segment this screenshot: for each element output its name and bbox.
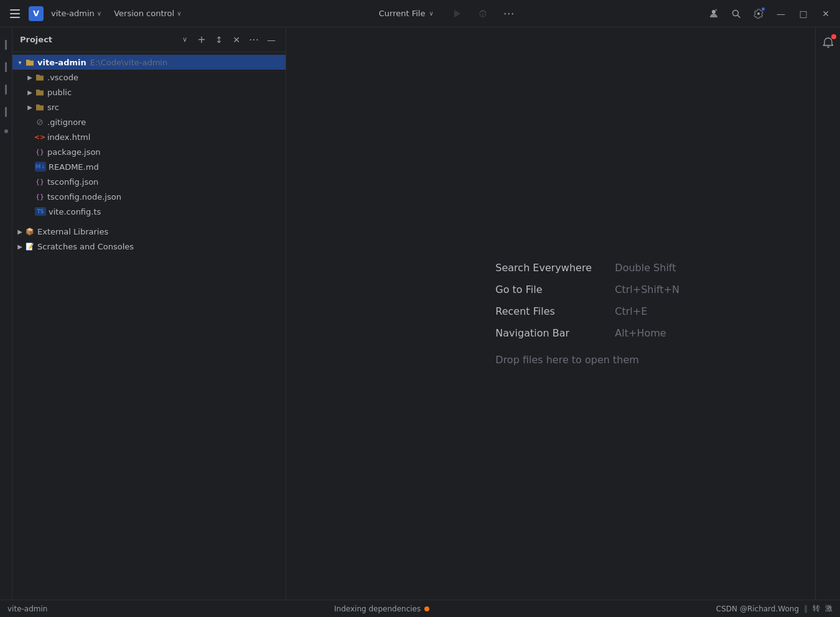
- sidebar-title: Project: [20, 35, 179, 44]
- tree-item-package-json[interactable]: {} package.json: [12, 144, 286, 159]
- gitignore-icon: ⊘: [35, 117, 45, 127]
- root-path: E:\Code\vite-admin: [90, 58, 167, 67]
- debug-icon: [478, 9, 488, 19]
- tsconfig-node-name: tsconfig.node.json: [47, 192, 121, 202]
- hint-goto-action: Go to File: [495, 284, 607, 295]
- sidebar-scroll-button[interactable]: ↕: [212, 33, 226, 47]
- scratches-arrow-icon: ▶: [15, 241, 25, 251]
- tree-item-root[interactable]: ▾ vite-admin E:\Code\vite-admin: [12, 55, 286, 70]
- version-control-label: Version control: [114, 9, 174, 18]
- editor-hints: Search Everywhere Double Shift Go to Fil…: [495, 262, 679, 366]
- tree-item-gitignore[interactable]: ⊘ .gitignore: [12, 114, 286, 129]
- json-icon: {}: [35, 147, 45, 157]
- html-icon: <>: [35, 132, 45, 142]
- hamburger-line-1: [10, 9, 20, 11]
- close-button[interactable]: ✕: [816, 4, 835, 23]
- status-bar: vite-admin Indexing dependencies CSDN @R…: [0, 600, 840, 617]
- scratches-icon: 📝: [25, 241, 35, 251]
- hamburger-line-2: [10, 13, 20, 14]
- left-bar-indicator-1: [5, 40, 7, 50]
- menu-button[interactable]: [5, 4, 25, 24]
- hint-navigation-bar: Navigation Bar Alt+Home: [495, 327, 679, 339]
- tree-item-vite-config[interactable]: TS vite.config.ts: [12, 204, 286, 219]
- sidebar-collapse-button[interactable]: —: [264, 33, 278, 47]
- restore-button[interactable]: □: [794, 4, 813, 23]
- more-actions-button[interactable]: ⋯: [500, 4, 518, 23]
- left-bar-indicator-2: [5, 62, 7, 72]
- external-libs-name: External Libraries: [37, 227, 108, 236]
- search-button[interactable]: [727, 4, 745, 23]
- tree-item-index-html[interactable]: <> index.html: [12, 129, 286, 144]
- package-json-name: package.json: [47, 147, 101, 157]
- notification-button[interactable]: [818, 32, 838, 52]
- restore-icon: □: [799, 9, 807, 19]
- current-file-chevron-icon: ∨: [429, 10, 433, 17]
- project-name-button[interactable]: vite-admin ∨: [47, 6, 105, 21]
- left-bar-dot: [4, 129, 8, 133]
- sidebar-header: Project ∨ + ↕ ✕ ⋯ —: [12, 27, 286, 52]
- current-file-button[interactable]: Current File ∨: [373, 6, 440, 21]
- public-name: public: [47, 88, 72, 97]
- tree-item-readme[interactable]: M↓ README.md: [12, 159, 286, 174]
- project-badge: V: [29, 6, 44, 21]
- hint-drop-text: Drop files here to open them: [495, 354, 639, 366]
- sidebar-add-button[interactable]: +: [195, 33, 208, 47]
- profile-button[interactable]: [704, 4, 723, 23]
- project-chevron-icon: ∨: [97, 10, 101, 17]
- settings-button[interactable]: [749, 4, 768, 23]
- tree-item-scratches[interactable]: ▶ 📝 Scratches and Consoles: [12, 239, 286, 254]
- indexing-text: Indexing dependencies: [334, 605, 421, 613]
- csdn-user-label: CSDN @Richard.Wong: [716, 605, 799, 613]
- tree-item-tsconfig-node[interactable]: {} tsconfig.node.json: [12, 189, 286, 204]
- tree-spacer: [12, 219, 286, 224]
- status-right: CSDN @Richard.Wong ‖ 转 激: [716, 603, 833, 614]
- tsconfig-node-icon: {}: [35, 192, 45, 202]
- hint-search-shortcut: Double Shift: [615, 262, 676, 274]
- main-content: Project ∨ + ↕ ✕ ⋯ — ▾ vite-admin E:\Code…: [0, 27, 840, 600]
- version-control-chevron-icon: ∨: [177, 10, 181, 17]
- typescript-icon: TS: [35, 207, 46, 216]
- root-arrow-icon: ▾: [15, 57, 25, 67]
- sidebar-close-button[interactable]: ✕: [230, 33, 243, 47]
- tree-item-tsconfig[interactable]: {} tsconfig.json: [12, 174, 286, 189]
- src-name: src: [47, 103, 59, 112]
- hint-search-everywhere: Search Everywhere Double Shift: [495, 262, 679, 274]
- indexing-dot-icon: [424, 606, 429, 611]
- sidebar-more-button[interactable]: ⋯: [247, 33, 261, 47]
- hint-goto-shortcut: Ctrl+Shift+N: [615, 284, 679, 295]
- src-arrow-icon: ▶: [25, 102, 35, 112]
- readme-name: README.md: [49, 162, 99, 172]
- hint-nav-action: Navigation Bar: [495, 327, 607, 339]
- tree-item-src[interactable]: ▶ src: [12, 100, 286, 114]
- project-name-label: vite-admin: [51, 9, 95, 18]
- debug-button[interactable]: [474, 4, 492, 23]
- pipe-icon: ‖: [804, 605, 808, 613]
- run-button[interactable]: [447, 4, 466, 23]
- current-file-label: Current File: [379, 9, 426, 18]
- root-name: vite-admin: [37, 58, 86, 67]
- src-folder-icon: [35, 102, 45, 112]
- tree-item-public[interactable]: ▶ public: [12, 85, 286, 100]
- vscode-arrow-icon: ▶: [25, 72, 35, 82]
- tree-item-vscode[interactable]: ▶ .vscode: [12, 70, 286, 85]
- editor-area[interactable]: Search Everywhere Double Shift Go to Fil…: [286, 27, 815, 600]
- gitignore-name: .gitignore: [47, 118, 86, 127]
- public-arrow-icon: ▶: [25, 87, 35, 97]
- minimize-icon: —: [777, 9, 785, 19]
- profile-icon: [709, 9, 719, 19]
- hint-recent-action: Recent Files: [495, 305, 607, 317]
- search-icon: [731, 9, 741, 19]
- tree-item-external-libs[interactable]: ▶ 📦 External Libraries: [12, 224, 286, 239]
- run-icon: [452, 9, 462, 19]
- version-control-button[interactable]: Version control ∨: [109, 6, 186, 21]
- hint-drop-files: Drop files here to open them: [495, 354, 679, 366]
- external-libs-arrow-icon: ▶: [15, 226, 25, 236]
- hint-goto-file: Go to File Ctrl+Shift+N: [495, 284, 679, 295]
- minimize-button[interactable]: —: [772, 4, 790, 23]
- left-bar-indicator-4: [5, 107, 7, 117]
- scratches-name: Scratches and Consoles: [37, 242, 134, 251]
- tsconfig-name: tsconfig.json: [47, 177, 98, 187]
- left-activity-bar: [0, 27, 12, 600]
- svg-line-5: [738, 15, 740, 17]
- tsconfig-icon: {}: [35, 177, 45, 187]
